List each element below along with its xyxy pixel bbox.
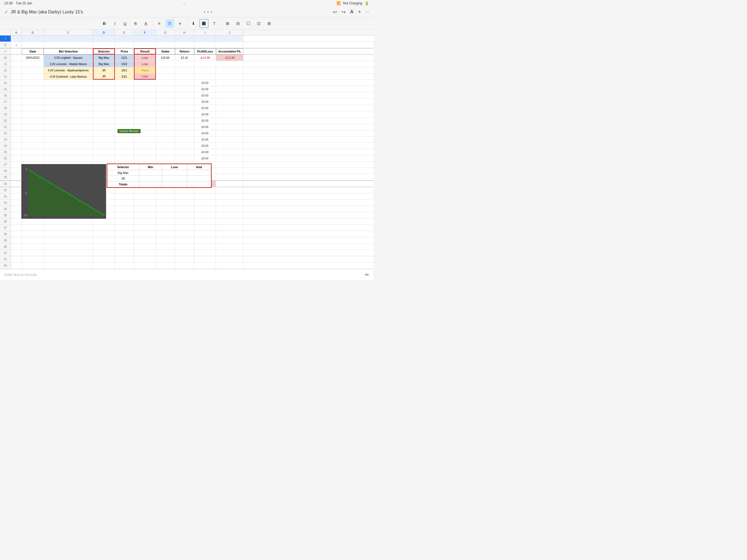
header-stake[interactable]: Stake <box>156 48 175 54</box>
profit-loss-chart[interactable]: 0 -5 -10 <box>21 164 106 219</box>
save-check-icon[interactable]: ✓ <box>4 9 8 15</box>
table-row[interactable]: 21 £0.00 <box>0 124 374 130</box>
cell-h8[interactable] <box>175 42 194 48</box>
cell-date-12[interactable] <box>22 67 44 73</box>
cell-pl-12[interactable] <box>194 67 216 73</box>
col-e-header[interactable]: E <box>115 29 134 35</box>
header-price[interactable]: Price <box>115 48 134 54</box>
table-row[interactable]: 11 3:20 Leicester - Waikiki Waves Big Ma… <box>0 61 374 67</box>
cell-f7[interactable] <box>134 35 156 42</box>
header-bet-selection[interactable]: Bet Selection <box>44 48 93 54</box>
font-button[interactable]: A <box>350 9 354 15</box>
bold-button[interactable]: B <box>100 19 109 28</box>
cell-pl-23[interactable]: £0.00 <box>194 136 216 143</box>
table-row[interactable]: 14 £0.00 <box>0 80 374 86</box>
table-row[interactable]: 20 £0.00 <box>0 118 374 124</box>
header-profit-loss[interactable]: Profit/Loss <box>194 48 216 54</box>
cell-result-10[interactable]: Lose <box>134 55 156 61</box>
add-button[interactable]: + <box>358 9 361 15</box>
cell-pl-22[interactable]: £0.00 <box>194 130 216 136</box>
cell-pl-20[interactable]: £0.00 <box>194 118 216 124</box>
cell-e7[interactable] <box>115 35 134 42</box>
cell-a12[interactable] <box>11 67 22 73</box>
table-row[interactable]: 12 4:20 Leicester - Applesandpierres JR … <box>0 67 374 74</box>
strikethrough-button[interactable]: S <box>131 19 140 28</box>
cell-pl-18[interactable]: £0.00 <box>194 105 216 111</box>
cell-a11[interactable] <box>11 61 22 67</box>
undo-button[interactable]: ↩ <box>333 9 337 15</box>
insert-button[interactable]: ⊞ <box>265 19 274 28</box>
cell-pl-10[interactable]: -£12.90 <box>194 55 216 61</box>
cell-a9[interactable] <box>11 48 22 54</box>
borders-button[interactable]: ⊞ <box>223 19 232 28</box>
table-row[interactable]: 19 £0.00 <box>0 111 374 118</box>
cell-date-10[interactable]: 25/01/2022 <box>22 55 44 61</box>
cell-pl-15[interactable]: £0.00 <box>194 86 216 92</box>
wrap-button[interactable]: ⬇ <box>189 19 198 28</box>
cell-selector-11[interactable]: Big Mac <box>93 61 115 67</box>
cell-a10[interactable] <box>11 55 22 61</box>
cell-result-13[interactable]: Lose <box>134 74 156 80</box>
cell-pl-11[interactable] <box>194 61 216 67</box>
cell-pl-25[interactable]: £0.00 <box>194 149 216 155</box>
table-row[interactable]: 24 £0.00 <box>0 143 374 149</box>
col-d-header[interactable]: D <box>93 29 115 35</box>
cell-i7[interactable] <box>194 35 216 42</box>
cell-pl-13[interactable] <box>194 74 216 80</box>
header-result[interactable]: Result <box>134 48 156 54</box>
cell-price-12[interactable]: 16/1 <box>115 67 134 73</box>
cell-return-13[interactable] <box>175 74 194 80</box>
cell-return-12[interactable] <box>175 67 194 73</box>
cell-price-11[interactable]: 15/2 <box>115 61 134 67</box>
cell-accpl-30[interactable] <box>216 181 243 187</box>
cell-pl-14[interactable]: £0.00 <box>194 80 216 86</box>
col-h-header[interactable]: H <box>175 29 194 35</box>
cell-stake-13[interactable] <box>156 74 175 80</box>
col-i-header[interactable]: I <box>194 29 216 35</box>
cell-selector-10[interactable]: Big Mac <box>93 55 115 61</box>
cell-accpl-13[interactable] <box>216 74 243 80</box>
cell-pl-19[interactable]: £0.00 <box>194 111 216 117</box>
cell-c7[interactable] <box>44 35 93 42</box>
align-left-button[interactable]: ≡ <box>155 19 164 28</box>
cell-b8[interactable] <box>22 42 44 48</box>
table-row[interactable]: 10 25/01/2022 2:30 Lingfield - Seprani B… <box>0 55 374 61</box>
table-row[interactable]: 26 £0.00 <box>0 155 374 161</box>
cell-g7[interactable] <box>156 35 175 42</box>
cell-pl-26[interactable]: £0.00 <box>194 155 216 161</box>
table-row[interactable]: 23 £0.00 <box>0 136 374 143</box>
cell-return-10[interactable]: £2.10 <box>175 55 194 61</box>
cell-price-10[interactable]: 12/1 <box>115 55 134 61</box>
cell-pl-16[interactable]: £0.00 <box>194 93 216 98</box>
table-row[interactable]: 25 £0.00 <box>0 149 374 155</box>
more-format-button[interactable]: ⊡ <box>255 19 263 28</box>
cell-bet-10[interactable]: 2:30 Lingfield - Seprani <box>44 55 93 61</box>
cell-j7[interactable] <box>216 35 243 42</box>
cell-pl-24[interactable]: £0.00 <box>194 143 216 149</box>
underline-button[interactable]: U <box>121 19 130 28</box>
cell-stake-12[interactable] <box>156 67 175 73</box>
cell-pl-21[interactable]: £0.00 <box>194 124 216 130</box>
col-j-header[interactable]: J <box>216 29 243 35</box>
align-center-button[interactable]: ☰ <box>165 19 174 28</box>
pencil-icon[interactable]: ✏ <box>365 272 369 278</box>
cell-stake-11[interactable] <box>156 61 175 67</box>
cell-format-button[interactable]: ☐ <box>244 19 253 28</box>
list-item[interactable]: JR <box>107 176 211 182</box>
table-row[interactable]: 18 £0.00 <box>0 105 374 111</box>
cell-return-11[interactable] <box>175 61 194 67</box>
cell-d7[interactable] <box>93 35 115 42</box>
col-c-header[interactable]: C <box>44 29 93 35</box>
cell-result-11[interactable]: Lose <box>134 61 156 67</box>
freeze-button[interactable]: ⬛ <box>200 19 208 28</box>
cell-selector-12[interactable]: JR <box>93 67 115 73</box>
cell-selector-13[interactable]: JR <box>93 74 115 80</box>
cell-pl-17[interactable]: £0.00 <box>194 99 216 105</box>
cell-price-13[interactable]: 33/1 <box>115 74 134 80</box>
more-button[interactable]: ··· <box>366 9 369 15</box>
cell-bet-11[interactable]: 3:20 Leicester - Waikiki Waves <box>44 61 93 67</box>
table-row[interactable]: 8 ▲ <box>0 42 374 48</box>
cell-result-12[interactable]: Place <box>134 67 156 73</box>
cell-a13[interactable] <box>11 74 22 80</box>
col-b-header[interactable]: B <box>22 29 44 35</box>
